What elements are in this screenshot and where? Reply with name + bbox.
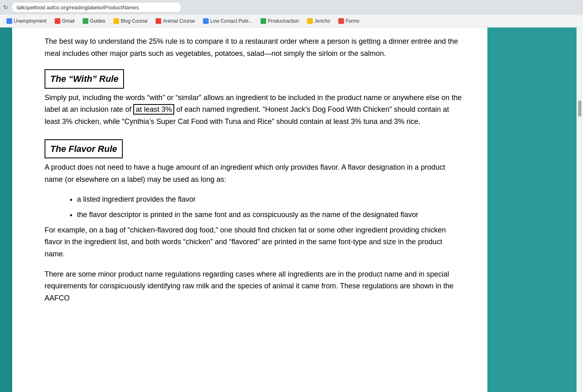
bookmark-jericho[interactable]: Jericho	[304, 17, 333, 25]
address-bar[interactable]: talkspetfood.aafco.org/readinglabels#Pro…	[11, 2, 182, 13]
with-rule-body: Simply put, including the words “with” o…	[45, 92, 463, 128]
flavor-rule-intro: A product does not need to have a huge a…	[45, 162, 463, 185]
bookmark-label: Jericho	[314, 18, 330, 24]
bookmark-label: Productraction	[268, 18, 299, 24]
list-item: a listed ingredient provides the flavor	[77, 194, 463, 206]
scrollbar-thumb[interactable]	[578, 100, 581, 117]
scrollbar[interactable]	[577, 28, 583, 392]
bookmark-label: Forms	[346, 18, 359, 24]
list-item: the flavor descriptor is printed in the …	[77, 209, 463, 221]
bookmark-label: Guides	[90, 18, 105, 24]
flavor-rule-bottom: There are some minor product name regula…	[45, 268, 463, 305]
flavor-rule-heading: The Flavor Rule	[45, 139, 123, 158]
right-sidebar	[487, 28, 577, 392]
flavor-rule-section: The Flavor Rule A product does not need …	[45, 139, 463, 305]
reload-button[interactable]: ↻	[3, 4, 8, 11]
bookmark-animal-course[interactable]: Animal Course	[152, 17, 198, 25]
bookmark-unemployment[interactable]: Unemployment	[3, 17, 50, 25]
browser-controls: ↻	[3, 4, 8, 11]
bookmark-label: Unemployment	[14, 18, 47, 24]
left-sidebar	[0, 28, 12, 392]
bookmark-productraction[interactable]: Productraction	[257, 17, 302, 25]
bookmark-label: Animal Course	[163, 18, 195, 24]
bookmark-blog-course[interactable]: Blog Course	[110, 17, 151, 25]
bookmarks-bar: Unemployment Gmail Guides Blog Course An…	[0, 15, 583, 28]
with-rule-heading: The “With” Rule	[45, 69, 124, 88]
bookmark-forms[interactable]: Forms	[335, 17, 363, 25]
highlight-3-percent: at least 3%	[133, 104, 174, 115]
main-content: The best way to understand the 25% rule …	[12, 28, 487, 392]
browser-content: The best way to understand the 25% rule …	[0, 28, 583, 392]
flavor-rule-list: a listed ingredient provides the flavor …	[77, 194, 463, 221]
bookmark-label: Blog Course	[121, 18, 147, 24]
intro-paragraph: The best way to understand the 25% rule …	[45, 36, 463, 60]
bookmark-label: Gmail	[62, 18, 75, 24]
browser-chrome: ↻ talkspetfood.aafco.org/readinglabels#P…	[0, 0, 583, 15]
with-rule-section: The “With” Rule Simply put, including th…	[45, 69, 463, 128]
bookmark-gmail[interactable]: Gmail	[51, 17, 78, 25]
bookmark-low-contact[interactable]: Low Contact Publ...	[200, 17, 256, 25]
article-body: The best way to understand the 25% rule …	[45, 36, 463, 305]
bookmark-guides[interactable]: Guides	[79, 17, 109, 25]
bookmark-label: Low Contact Publ...	[210, 18, 252, 24]
flavor-rule-example: For example, on a bag of “chicken-flavor…	[45, 224, 463, 260]
